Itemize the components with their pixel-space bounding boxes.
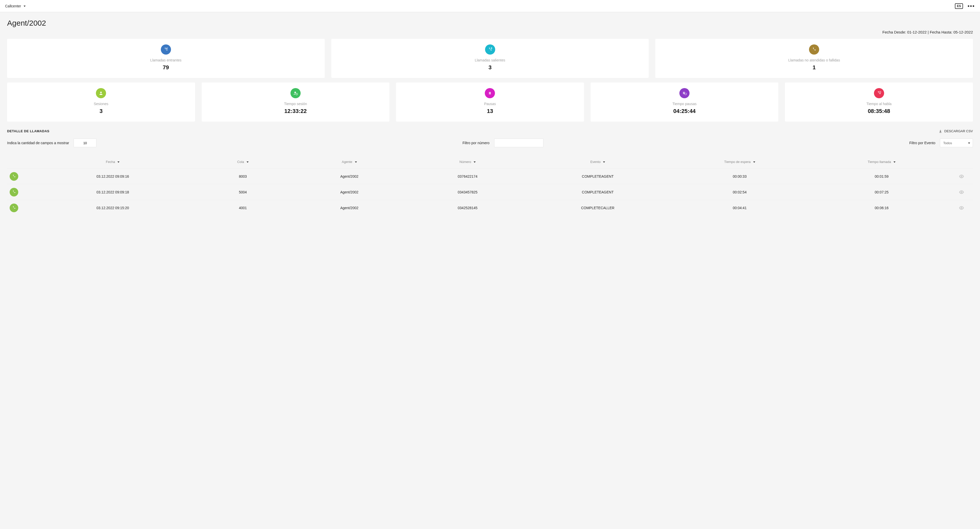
svg-point-11: [961, 207, 962, 209]
download-icon: [939, 129, 942, 133]
view-row-button[interactable]: [953, 174, 970, 179]
cell-number: 0376422174: [409, 174, 527, 178]
table-row: 03.12.2022 09:15:20 4001 Agent/2002 0342…: [7, 200, 973, 215]
filter-count-group: Indica la cantidad de campos a mostrar: [7, 139, 96, 147]
filter-count-label: Indica la cantidad de campos a mostrar: [7, 141, 69, 145]
stat-card: Tiempo al habla 08:35:48: [785, 83, 973, 121]
cell-queue: 4001: [196, 206, 290, 210]
stat-card: Llamadas no atendidas o fallidas 1: [655, 39, 973, 78]
section-header: DETALLE DE LLAMADAS DESCARGAR CSV: [7, 129, 973, 133]
column-header[interactable]: Agente: [290, 160, 409, 164]
column-header-label: Evento: [590, 160, 600, 164]
topbar-right: ES •••: [955, 3, 975, 10]
svg-rect-3: [489, 92, 490, 94]
cell-event: COMPLETECALLER: [527, 206, 669, 210]
pause-clock-icon: [679, 88, 689, 98]
pause-icon: [485, 88, 495, 98]
stat-card: Sesiones 3: [7, 83, 195, 121]
stat-card-label: Tiempo sesión: [284, 102, 307, 106]
row-type-cell: [10, 172, 30, 181]
cell-date: 03.12.2022 09:09:16: [30, 174, 196, 178]
cell-queue: 8003: [196, 174, 290, 178]
chevron-down-icon: [354, 160, 357, 164]
cell-event: COMPLETEAGENT: [527, 174, 669, 178]
language-selector[interactable]: ES: [955, 3, 963, 9]
stat-card-value: 79: [163, 64, 169, 71]
filter-event-select[interactable]: Todos: [940, 139, 973, 147]
filter-event-value: Todos: [943, 141, 952, 145]
nav-label: Callcenter: [5, 4, 21, 8]
chevron-down-icon: [246, 160, 249, 164]
cell-number: 0343457825: [409, 190, 527, 194]
column-header[interactable]: Tiempo de espera: [669, 160, 811, 164]
column-header[interactable]: Tiempo llamada: [811, 160, 953, 164]
svg-point-10: [961, 191, 962, 193]
filter-number-input[interactable]: [494, 139, 543, 147]
language-label: ES: [957, 4, 961, 8]
stat-card-value: 12:33:22: [285, 108, 307, 115]
stat-card-value: 1: [813, 64, 816, 71]
cell-number: 0342528145: [409, 206, 527, 210]
stat-card-value: 3: [488, 64, 492, 71]
column-header-label: Fecha: [106, 160, 115, 164]
date-to-label: Fecha Hasta:: [930, 30, 952, 34]
view-row-button[interactable]: [953, 206, 970, 210]
svg-point-9: [961, 176, 962, 177]
chevron-down-icon: [22, 4, 25, 8]
chevron-down-icon: [602, 160, 605, 164]
stat-card-label: Pausas: [484, 102, 496, 106]
svg-point-7: [685, 93, 687, 95]
download-csv-button[interactable]: DESCARGAR CSV: [939, 129, 973, 133]
chevron-down-icon: [892, 160, 896, 164]
cell-talk: 00:06:16: [811, 206, 953, 210]
column-header[interactable]: Número: [409, 160, 527, 164]
cell-wait: 00:00:33: [669, 174, 811, 178]
calls-table: FechaColaAgenteNúmeroEventoTiempo de esp…: [7, 160, 973, 215]
date-range: Fecha Desde: 01-12-2022 | Fecha Hasta: 0…: [7, 30, 973, 34]
filters-bar: Indica la cantidad de campos a mostrar F…: [7, 139, 973, 147]
stat-card: Tiempo pausas 04:25:44: [590, 83, 779, 121]
user-icon: [96, 88, 106, 98]
column-header[interactable]: Fecha: [30, 160, 196, 164]
topbar: Callcenter ES •••: [0, 0, 980, 12]
filter-event-label: Filtro por Evento: [909, 141, 935, 145]
column-header-label: Cola: [237, 160, 244, 164]
table-header-row: FechaColaAgenteNúmeroEventoTiempo de esp…: [7, 160, 973, 168]
cell-wait: 00:04:41: [669, 206, 811, 210]
filter-number-group: Filtro por número: [463, 139, 543, 147]
stat-cards-row-1: Llamadas entrantes 79 Llamadas salientes…: [7, 39, 973, 78]
filter-count-input[interactable]: [73, 139, 96, 147]
view-row-button[interactable]: [953, 190, 970, 195]
stat-card-value: 04:25:44: [673, 108, 695, 115]
download-csv-label: DESCARGAR CSV: [944, 129, 973, 133]
cell-talk: 00:07:25: [811, 190, 953, 194]
stat-card: Tiempo sesión 12:33:22: [202, 83, 390, 121]
filter-event-group: Filtro por Evento Todos: [909, 139, 973, 147]
phone-incoming-icon: [161, 45, 171, 54]
phone-missed-icon: [809, 45, 819, 54]
stat-card-label: Llamadas no atendidas o fallidas: [788, 58, 840, 62]
table-row: 03.12.2022 09:09:16 8003 Agent/2002 0376…: [7, 168, 973, 184]
stat-card: Llamadas salientes 3: [331, 39, 649, 78]
phone-outgoing-icon: [485, 45, 495, 54]
page-title: Agent/2002: [7, 19, 973, 27]
column-header[interactable]: Evento: [527, 160, 669, 164]
svg-rect-5: [683, 92, 684, 94]
row-type-cell: [10, 188, 30, 196]
column-header[interactable]: Cola: [196, 160, 290, 164]
filter-number-label: Filtro por número: [463, 141, 490, 145]
row-type-cell: [10, 204, 30, 212]
section-title: DETALLE DE LLAMADAS: [7, 129, 49, 133]
chevron-down-icon: [967, 141, 970, 145]
stat-cards-row-2: Sesiones 3 Tiempo sesión 12:33:22 Pausas…: [7, 83, 973, 121]
phone-icon: [10, 172, 18, 181]
more-menu-button[interactable]: •••: [967, 3, 975, 10]
chevron-down-icon: [473, 160, 476, 164]
cell-event: COMPLETEAGENT: [527, 190, 669, 194]
cell-talk: 00:01:59: [811, 174, 953, 178]
cell-date: 03.12.2022 09:09:18: [30, 190, 196, 194]
nav-dropdown[interactable]: Callcenter: [5, 4, 25, 8]
cell-agent: Agent/2002: [290, 190, 409, 194]
column-header-label: Agente: [342, 160, 352, 164]
stat-card: Pausas 13: [396, 83, 584, 121]
